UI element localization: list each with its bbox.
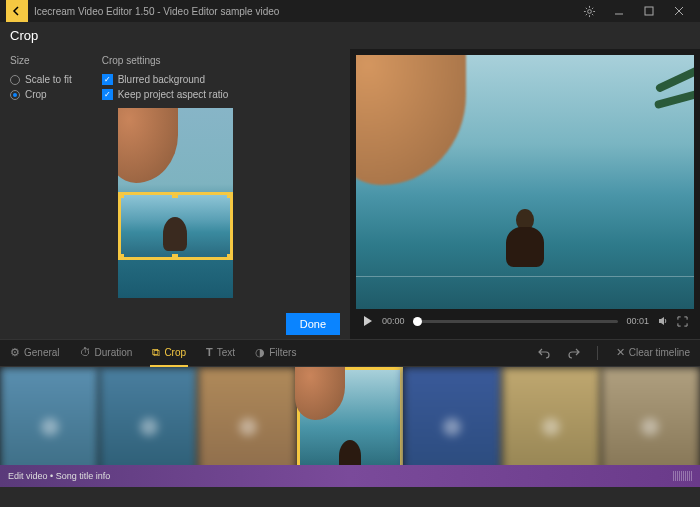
tab-general-label: General [24, 347, 60, 358]
done-button[interactable]: Done [286, 313, 340, 335]
gear-icon: ⚙ [10, 346, 20, 359]
panel-title: Crop [0, 22, 700, 49]
undo-button[interactable] [537, 346, 551, 360]
crop-handle-bottom-right[interactable] [227, 254, 233, 260]
back-button[interactable] [6, 0, 28, 22]
crop-handle-top-left[interactable] [118, 192, 124, 198]
keep-ratio-label: Keep project aspect ratio [118, 89, 229, 100]
crop-handle-bottom[interactable] [172, 254, 178, 260]
volume-icon[interactable] [657, 315, 669, 327]
tab-text[interactable]: T Text [204, 340, 237, 366]
crop-settings-label: Crop settings [102, 55, 229, 66]
svg-rect-2 [645, 7, 653, 15]
clear-timeline-label: Clear timeline [629, 347, 690, 358]
filters-icon: ◑ [255, 346, 265, 359]
crop-preview[interactable] [118, 108, 233, 298]
minimize-button[interactable] [604, 0, 634, 22]
total-time: 00:01 [626, 316, 649, 326]
text-icon: T [206, 346, 213, 358]
tab-duration-label: Duration [95, 347, 133, 358]
tab-filters[interactable]: ◑ Filters [253, 340, 298, 367]
tab-crop[interactable]: ⧉ Crop [150, 340, 188, 367]
settings-icon[interactable] [574, 0, 604, 22]
play-button[interactable] [362, 315, 374, 327]
crop-handle-bottom-left[interactable] [118, 254, 124, 260]
crop-handle-top[interactable] [172, 192, 178, 198]
crop-radio[interactable]: Crop [10, 89, 72, 100]
video-preview[interactable] [356, 55, 694, 309]
blurred-bg-label: Blurred background [118, 74, 205, 85]
tab-general[interactable]: ⚙ General [8, 340, 62, 367]
fullscreen-icon[interactable] [677, 316, 688, 327]
current-time: 00:00 [382, 316, 405, 326]
scale-to-fit-radio[interactable]: Scale to fit [10, 74, 72, 85]
svg-point-0 [587, 9, 591, 13]
crop-label: Crop [25, 89, 47, 100]
timeline[interactable]: Edit video • Song title info [0, 367, 700, 487]
clock-icon: ⏱ [80, 346, 91, 358]
redo-button[interactable] [567, 346, 581, 360]
app-title: Icecream Video Editor 1.50 - Video Edito… [34, 6, 574, 17]
keep-ratio-checkbox[interactable]: ✓ Keep project aspect ratio [102, 89, 229, 100]
tab-duration[interactable]: ⏱ Duration [78, 340, 135, 366]
clear-timeline-button[interactable]: ✕ Clear timeline [614, 340, 692, 367]
maximize-button[interactable] [634, 0, 664, 22]
timeline-footer-label: Edit video • Song title info [8, 471, 110, 481]
progress-thumb[interactable] [413, 317, 422, 326]
video-preview-panel: 00:00 00:01 [350, 49, 700, 339]
timeline-footer: Edit video • Song title info [0, 465, 700, 487]
close-button[interactable] [664, 0, 694, 22]
crop-settings-panel: Size Scale to fit Crop Crop settings ✓ B… [0, 49, 350, 339]
tab-crop-label: Crop [164, 347, 186, 358]
crop-region[interactable] [118, 192, 233, 260]
crop-icon: ⧉ [152, 346, 160, 359]
scale-to-fit-label: Scale to fit [25, 74, 72, 85]
blurred-bg-checkbox[interactable]: ✓ Blurred background [102, 74, 229, 85]
tab-text-label: Text [217, 347, 235, 358]
crop-handle-top-right[interactable] [227, 192, 233, 198]
close-icon: ✕ [616, 346, 625, 359]
size-group-label: Size [10, 55, 72, 66]
progress-bar[interactable] [413, 320, 619, 323]
tab-filters-label: Filters [269, 347, 296, 358]
